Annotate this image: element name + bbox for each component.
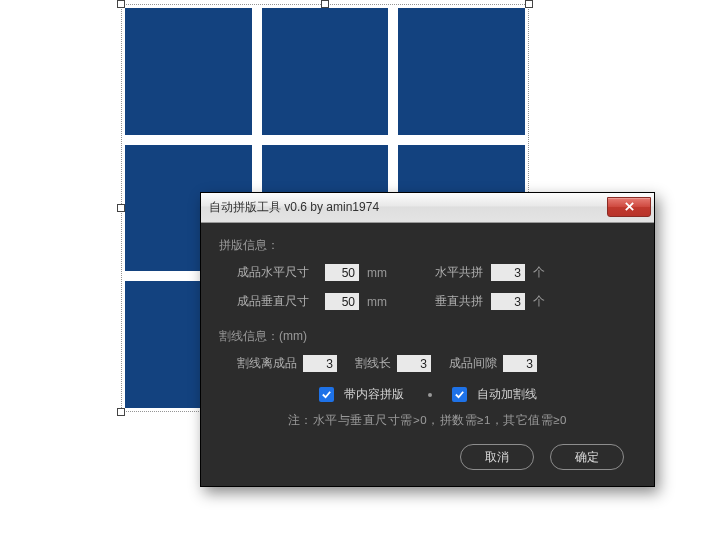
note-text: 注：水平与垂直尺寸需>0，拼数需≥1，其它值需≥0 [219, 413, 636, 428]
imposition-dialog: 自动拼版工具 v0.6 by amin1974 拼版信息： 成品水平尺寸 mm … [200, 192, 655, 487]
section-cut-heading: 割线信息：(mm) [219, 328, 636, 345]
resize-handle-top-right[interactable] [525, 0, 533, 8]
label-size-v: 成品垂直尺寸 [237, 293, 317, 310]
checkbox-with-content[interactable] [319, 387, 334, 402]
row-vertical-size: 成品垂直尺寸 mm 垂直共拼 个 [219, 293, 636, 310]
button-row: 取消 确定 [219, 444, 636, 470]
row-horizontal-size: 成品水平尺寸 mm 水平共拼 个 [219, 264, 636, 281]
checkmark-icon [454, 389, 465, 400]
label-count-v: 垂直共拼 [435, 293, 483, 310]
row-cutline: 割线离成品 割线长 成品间隙 [219, 355, 636, 372]
label-size-h: 成品水平尺寸 [237, 264, 317, 281]
unit-size-h: mm [367, 266, 385, 280]
dialog-title: 自动拼版工具 v0.6 by amin1974 [209, 199, 607, 216]
section-layout-heading: 拼版信息： [219, 237, 636, 254]
close-icon [624, 201, 635, 212]
resize-handle-top-middle[interactable] [321, 0, 329, 8]
checkmark-icon [321, 389, 332, 400]
resize-handle-middle-left[interactable] [117, 204, 125, 212]
input-cut-length[interactable] [397, 355, 431, 372]
options-row: 带内容拼版 自动加割线 [219, 386, 636, 403]
close-button[interactable] [607, 197, 651, 217]
grid-cell [125, 8, 252, 135]
unit-size-v: mm [367, 295, 385, 309]
resize-handle-top-left[interactable] [117, 0, 125, 8]
unit-count-h: 个 [533, 264, 551, 281]
input-gap[interactable] [503, 355, 537, 372]
ok-button[interactable]: 确定 [550, 444, 624, 470]
input-size-h[interactable] [325, 264, 359, 281]
input-count-v[interactable] [491, 293, 525, 310]
separator-dot [428, 393, 432, 397]
label-cut-length: 割线长 [355, 355, 391, 372]
label-with-content: 带内容拼版 [344, 386, 404, 403]
grid-cell [398, 8, 525, 135]
label-auto-cutline: 自动加割线 [477, 386, 537, 403]
input-size-v[interactable] [325, 293, 359, 310]
input-count-h[interactable] [491, 264, 525, 281]
input-cut-offset[interactable] [303, 355, 337, 372]
dialog-titlebar[interactable]: 自动拼版工具 v0.6 by amin1974 [201, 193, 654, 223]
grid-cell [262, 8, 389, 135]
resize-handle-bottom-left[interactable] [117, 408, 125, 416]
label-gap: 成品间隙 [449, 355, 497, 372]
label-cut-offset: 割线离成品 [237, 355, 297, 372]
unit-count-v: 个 [533, 293, 551, 310]
dialog-body: 拼版信息： 成品水平尺寸 mm 水平共拼 个 成品垂直尺寸 mm 垂直共拼 个 … [201, 223, 654, 486]
checkbox-auto-cutline[interactable] [452, 387, 467, 402]
label-count-h: 水平共拼 [435, 264, 483, 281]
cancel-button[interactable]: 取消 [460, 444, 534, 470]
